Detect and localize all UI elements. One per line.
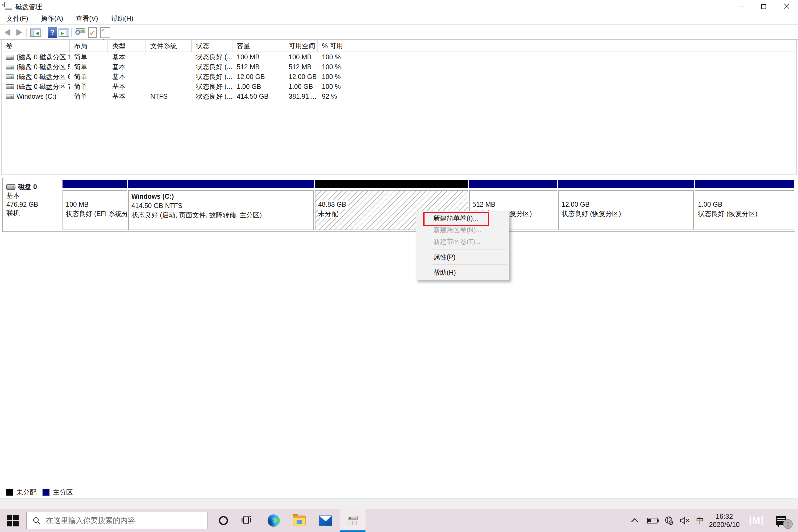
status-cell: 状态良好 (... [192,82,232,91]
partition-status: 状态良好 (恢复分区) [562,209,693,218]
table-row[interactable]: (磁盘 0 磁盘分区 1) 简单 基本 状态良好 (... 100 MB 100… [2,52,796,62]
menu-file[interactable]: 文件(F) [0,13,35,24]
close-icon [783,3,790,10]
menu-action[interactable]: 操作(A) [35,13,70,24]
free-cell: 381.91 ... [284,93,318,100]
primary-legend-label: 主分区 [53,488,73,497]
start-button[interactable] [0,509,25,532]
mail-button[interactable] [313,509,338,532]
menu-item-help[interactable]: 帮助(H) [416,267,509,278]
partition-c[interactable]: Windows (C:) 414.50 GB NTFS 状态良好 (启动, 页面… [128,180,314,231]
free-cell: 1.00 GB [284,83,318,91]
edge-button[interactable] [261,509,286,532]
column-header-type[interactable]: 类型 [108,40,146,52]
volume-icon [6,75,14,79]
volume-list-pane: 卷 布局 类型 文件系统 状态 容量 可用空间 % 可用 (磁盘 0 磁盘分区 … [1,40,797,175]
primary-partition-strip [695,180,794,188]
menu-help[interactable]: 帮助(H) [104,13,140,24]
volume-name: (磁盘 0 磁盘分区 7) [17,82,70,91]
disk-kind: 基本 [6,191,61,200]
toolbar: ? ✓ ✓ —✓ — [0,24,798,40]
menu-view[interactable]: 查看(V) [70,13,104,24]
disk0-info-panel[interactable]: 磁盘 0 基本 476.92 GB 联机 [2,178,61,232]
volume-name: (磁盘 0 磁盘分区 1) [17,53,70,61]
disk-status: 联机 [6,209,61,217]
tray-overflow-button[interactable] [628,509,642,532]
capacity-cell: 414.50 GB [232,93,284,100]
minimize-button[interactable] [729,0,752,12]
chevron-up-icon [631,518,638,525]
fs-cell: NTFS [146,93,192,100]
clock[interactable]: 16:32 2020/6/10 [709,509,740,532]
restore-button[interactable] [752,0,775,12]
forward-button[interactable] [13,27,25,38]
statusbar-separator [745,499,745,509]
capacity-cell: 12.00 GB [232,73,284,81]
disk-management-icon [347,515,359,526]
column-header-pct-free[interactable]: % 可用 [318,40,367,52]
search-icon [33,517,40,525]
statusbar-separator [795,499,795,509]
type-cell: 基本 [108,62,146,71]
check-volume-button[interactable]: ✓ [87,27,98,38]
table-row[interactable]: (磁盘 0 磁盘分区 6) 简单 基本 状态良好 (... 12.00 GB 1… [2,72,796,82]
edge-icon [268,514,280,527]
table-row[interactable]: (磁盘 0 磁盘分区 7) 简单 基本 状态良好 (... 1.00 GB 1.… [2,82,796,92]
column-header-layout[interactable]: 布局 [70,40,108,52]
partition-recovery-12gb[interactable]: 12.00 GB 状态良好 (恢复分区) [558,180,694,231]
legend: 未分配 主分区 [6,488,73,497]
battery-tray-button[interactable] [645,509,660,532]
column-header-volume[interactable]: 卷 [2,40,70,52]
pct-cell: 100 % [318,73,367,81]
partition-recovery-1gb[interactable]: 1.00 GB 状态良好 (恢复分区) [695,180,794,231]
menu-bar: 文件(F) 操作(A) 查看(V) 帮助(H) [0,12,798,24]
column-header-status[interactable]: 状态 [192,40,232,52]
speaker-muted-icon [680,516,690,525]
console-tree-button[interactable] [30,27,41,38]
primary-legend-swatch [42,489,50,496]
checklist-icon: ✓ —✓ — [100,27,110,38]
column-header-capacity[interactable]: 容量 [232,40,284,52]
column-header-filesystem[interactable]: 文件系统 [146,40,192,52]
file-explorer-button[interactable] [286,509,312,532]
task-view-button[interactable] [234,509,260,532]
context-menu: 新建简单卷(I)... 新建跨区卷(N)... 新建带区卷(T)... 属性(P… [416,211,509,280]
disk-size: 476.92 GB [6,200,61,209]
taskbar-search[interactable] [26,512,208,529]
menu-separator [431,249,507,249]
close-button[interactable] [775,0,798,12]
window-title: 磁盘管理 [15,2,42,11]
layout-cell: 简单 [70,62,108,71]
network-tray-button[interactable] [661,509,676,532]
action-pane-button[interactable] [58,27,70,38]
table-row[interactable]: (磁盘 0 磁盘分区 5) 简单 基本 状态良好 (... 512 MB 512… [2,62,796,72]
mail-icon [319,515,332,526]
pc-manager-tray-button[interactable]: M [745,509,768,532]
partition-efi[interactable]: 100 MB 状态良好 (EFI 系统分 [62,180,127,231]
volume-name: (磁盘 0 磁盘分区 5) [17,62,70,71]
table-row[interactable]: Windows (C:) 简单 基本 NTFS 状态良好 (... 414.50… [2,92,796,101]
partition-name: Windows (C:) [131,192,314,201]
rescan-disks-button[interactable] [75,27,86,38]
time-text: 16:32 [716,512,733,520]
ime-indicator[interactable]: 中 [693,509,707,532]
date-text: 2020/6/10 [709,520,740,529]
notification-badge: 1 [783,519,793,529]
column-header-free-space[interactable]: 可用空间 [284,40,318,52]
status-cell: 状态良好 (... [192,53,232,61]
back-button[interactable] [2,27,13,38]
menu-item-properties[interactable]: 属性(P) [416,251,509,263]
console-tree-icon [30,28,41,37]
disk-management-taskbar-button[interactable] [340,509,365,532]
task-list-button[interactable]: ✓ —✓ — [99,27,111,38]
file-explorer-icon [293,515,306,526]
type-cell: 基本 [108,53,146,61]
volume-tray-button[interactable] [677,509,692,532]
search-input[interactable] [46,516,195,525]
cortana-button[interactable] [211,509,236,532]
menu-item-new-simple-volume[interactable]: 新建简单卷(I)... [416,212,509,224]
capacity-cell: 512 MB [232,63,284,71]
disk-name: 磁盘 0 [18,183,37,191]
help-button[interactable]: ? [46,27,58,38]
type-cell: 基本 [108,92,146,101]
